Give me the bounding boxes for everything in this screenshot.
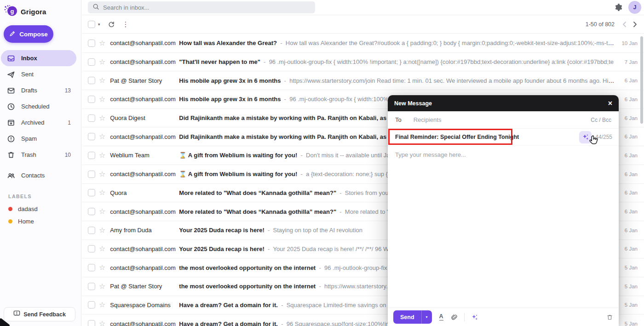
discard-trash-icon[interactable] — [606, 314, 613, 321]
star-icon[interactable]: ☆ — [99, 208, 105, 215]
sidebar-item-inbox[interactable]: Inbox — [1, 50, 76, 66]
star-icon[interactable]: ☆ — [99, 283, 105, 290]
sidebar-item-label: Drafts — [21, 87, 37, 94]
star-icon[interactable]: ☆ — [99, 77, 105, 84]
row-checkbox[interactable] — [88, 152, 95, 159]
sidebar-item-archived[interactable]: Archived 1 — [1, 114, 76, 131]
star-icon[interactable]: ☆ — [99, 58, 105, 66]
row-checkbox[interactable] — [88, 114, 95, 122]
sidebar-item-count: 1 — [68, 120, 71, 126]
row-checkbox[interactable] — [88, 301, 95, 309]
email-date: 5 Jan — [615, 284, 638, 289]
star-icon[interactable]: ☆ — [99, 320, 105, 326]
row-checkbox[interactable] — [88, 40, 95, 47]
ai-sparkle-button[interactable] — [579, 131, 592, 143]
compose-to-row: To Recipients Cc / Bcc — [388, 111, 619, 129]
row-checkbox[interactable] — [88, 264, 95, 271]
sidebar-item-label: Sent — [21, 71, 34, 78]
email-sender: Amy from Duda — [110, 227, 179, 234]
email-date: 5 Jan — [615, 321, 638, 326]
email-row[interactable]: ☆ Pat @ Starter Story His mobile app gre… — [82, 71, 644, 90]
refresh-icon[interactable] — [108, 21, 115, 28]
grigora-logo-icon: g — [4, 5, 17, 19]
more-options-icon[interactable]: ⋮ — [122, 20, 129, 29]
star-icon[interactable]: ☆ — [99, 301, 105, 309]
row-checkbox[interactable] — [88, 227, 95, 234]
sidebar-item-spam[interactable]: Spam — [1, 131, 76, 147]
format-icon[interactable]: A — [439, 314, 443, 320]
email-row[interactable]: ☆ contact@sohanpatil.com "That'll never … — [82, 53, 644, 72]
compose-header[interactable]: New Message × — [388, 95, 619, 111]
send-button[interactable]: Send ▾ — [393, 310, 432, 324]
feedback-label: Send Feedback — [23, 311, 66, 318]
email-sender: Quora — [110, 189, 179, 196]
scrollbar-thumb[interactable] — [640, 36, 643, 124]
label-item-dadasd[interactable]: dadasd — [0, 203, 81, 215]
sidebar-item-contacts[interactable]: Contacts — [1, 167, 76, 183]
send-label: Send — [393, 310, 421, 324]
star-icon[interactable]: ☆ — [99, 96, 105, 103]
row-checkbox[interactable] — [88, 320, 95, 326]
sidebar-item-drafts[interactable]: Drafts 13 — [1, 82, 76, 98]
compose-label: Compose — [19, 31, 48, 38]
star-icon[interactable]: ☆ — [99, 227, 105, 234]
topbar: Search in inbox... J — [82, 0, 644, 15]
row-checkbox[interactable] — [88, 208, 95, 215]
star-icon[interactable]: ☆ — [99, 264, 105, 271]
settings-gear-icon[interactable] — [614, 3, 623, 12]
row-checkbox[interactable] — [88, 189, 95, 196]
email-date: 10 Jan — [615, 40, 638, 46]
sidebar-item-sent[interactable]: Sent — [1, 66, 76, 82]
email-row[interactable]: ☆ contact@sohanpatil.com How tall was Al… — [82, 34, 644, 53]
compose-subject-row: Final Reminder: Special Offer Ending Ton… — [388, 129, 619, 146]
search-icon — [92, 3, 99, 11]
search-input[interactable]: Search in inbox... — [88, 1, 315, 13]
attachment-icon[interactable] — [451, 314, 458, 321]
star-icon[interactable]: ☆ — [99, 171, 105, 178]
send-options-caret-icon[interactable]: ▾ — [421, 310, 432, 324]
app-logo: g Grigora — [0, 0, 81, 21]
row-checkbox[interactable] — [88, 77, 95, 84]
send-feedback-button[interactable]: Send Feedback — [4, 307, 75, 321]
next-page-icon[interactable] — [633, 21, 638, 28]
ccbcc-toggle[interactable]: Cc / Bcc — [591, 117, 611, 123]
subject-input[interactable]: Final Reminder: Special Offer Ending Ton… — [388, 134, 579, 140]
email-sender: contact@sohanpatil.com — [110, 320, 179, 326]
prev-page-icon[interactable] — [622, 21, 627, 28]
labels-list: dadasd Home — [0, 203, 81, 228]
sidebar-item-trash[interactable]: Trash 10 — [1, 147, 76, 163]
close-icon[interactable]: × — [608, 100, 612, 107]
sidebar-item-label: Contacts — [21, 172, 45, 179]
row-checkbox[interactable] — [88, 96, 95, 103]
pencil-icon — [9, 30, 16, 38]
star-icon[interactable]: ☆ — [99, 40, 105, 47]
pagination: 1-50 of 802 — [586, 21, 638, 28]
sidebar-item-scheduled[interactable]: Scheduled — [1, 98, 76, 114]
email-sender: contact@sohanpatil.com — [110, 58, 179, 65]
message-body-input[interactable]: Type your message here... — [388, 146, 619, 308]
select-all-checkbox[interactable] — [88, 21, 95, 28]
row-checkbox[interactable] — [88, 245, 95, 252]
label-item-home[interactable]: Home — [0, 215, 81, 228]
row-checkbox[interactable] — [88, 133, 95, 140]
row-checkbox[interactable] — [88, 171, 95, 178]
email-sender: Weblium Team — [110, 152, 179, 159]
ai-sparkle-icon[interactable] — [471, 314, 478, 321]
star-icon[interactable]: ☆ — [99, 133, 105, 140]
label-color-dot — [8, 219, 12, 223]
sidebar-item-label: Archived — [21, 119, 45, 126]
compose-button[interactable]: Compose — [4, 25, 53, 43]
star-icon[interactable]: ☆ — [99, 245, 105, 252]
email-date: 6 Jan — [615, 153, 638, 158]
star-icon[interactable]: ☆ — [99, 152, 105, 159]
email-sender: contact@sohanpatil.com — [110, 171, 179, 177]
recipients-input[interactable]: Recipients — [414, 116, 591, 123]
char-count: 44/255 — [595, 134, 612, 140]
feedback-icon — [13, 310, 20, 318]
row-checkbox[interactable] — [88, 58, 95, 66]
row-checkbox[interactable] — [88, 283, 95, 290]
star-icon[interactable]: ☆ — [99, 114, 105, 122]
user-avatar[interactable]: J — [628, 1, 641, 14]
select-dropdown-caret-icon[interactable]: ▾ — [98, 22, 100, 27]
star-icon[interactable]: ☆ — [99, 189, 105, 196]
